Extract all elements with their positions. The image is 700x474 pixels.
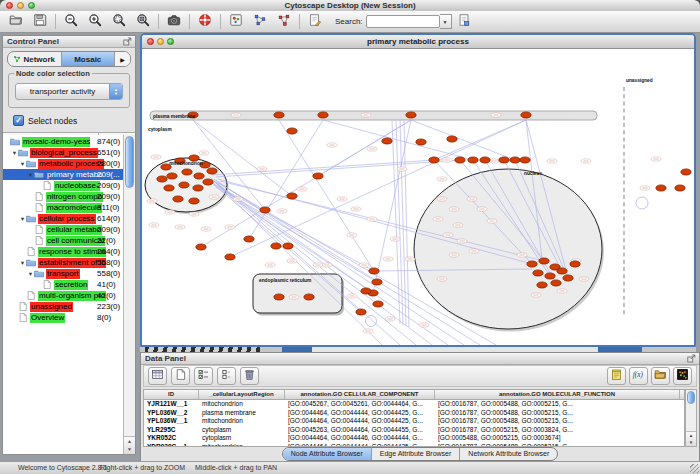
graph-node[interactable] [521,112,531,118]
graph-node[interactable] [287,193,297,199]
tree-item-multi-organism-pro[interactable]: multi-organism pro42(0) [3,290,124,301]
zoom-in-button[interactable] [83,13,107,30]
save-session-button[interactable] [28,13,52,30]
disclosure-triangle-icon[interactable]: ▼ [27,172,34,178]
tree-item-nitrogen-compo[interactable]: nitrogen compo209(0) [3,191,124,202]
network-canvas[interactable]: plasma membranecytoplasmmitochondrionnuc… [142,49,694,345]
table-row[interactable]: YPL036W__2plasma membrane[GO:0044464, GO… [144,409,684,418]
graph-node[interactable] [570,261,580,267]
column-header-1[interactable]: _cellularLayoutRegion [199,390,285,399]
disclosure-triangle-icon[interactable]: ▼ [19,216,26,222]
graph-node[interactable] [373,301,383,307]
tree-item-biological-process[interactable]: ▼biological_process651(0) [3,147,124,158]
graph-node[interactable] [369,268,379,274]
table-row[interactable]: YKR052Ccytoplasm[GO:0044464, GO:0044446,… [144,434,684,443]
graph-node[interactable] [520,157,530,163]
table-row[interactable]: YLR295Ccytoplasm[GO:0045263, GO:0044464,… [144,426,684,435]
graph-node[interactable] [429,157,439,163]
graph-node[interactable] [318,112,328,118]
float-panel-icon[interactable] [123,37,132,46]
graph-node[interactable] [203,179,213,185]
graph-node[interactable] [557,268,567,274]
graph-node[interactable] [356,309,366,315]
help-button[interactable] [193,13,217,30]
column-header-2[interactable]: annotation.GO CELLULAR_COMPONENT [285,390,435,399]
disclosure-triangle-icon[interactable]: ▼ [19,260,26,266]
graph-node[interactable] [193,185,203,191]
tree-item-nucleobase[interactable]: nucleobase-209(0) [3,180,124,191]
graph-node[interactable] [563,275,573,281]
column-header-3[interactable]: annotation.GO MOLECULAR_FUNCTION [435,390,680,399]
graph-node[interactable] [304,294,314,300]
graph-node[interactable] [527,261,537,267]
search-dropdown-arrow[interactable]: ▼ [440,14,452,29]
tree-item-establishment-of-lo[interactable]: ▼establishment of lo558(0) [3,257,124,268]
layout-blue-button[interactable] [248,13,272,30]
tree-item-overview[interactable]: Overview8(0) [3,312,124,323]
graph-node[interactable] [194,173,204,179]
graph-node[interactable] [447,136,457,142]
graph-node[interactable] [287,128,297,134]
graph-node[interactable] [260,207,270,213]
graph-node[interactable] [157,176,167,182]
tree-item-mosaic-demo-yeast[interactable]: mosaic-demo-yeast874(0) [3,136,124,147]
search-options-button[interactable] [452,13,476,30]
graph-node[interactable] [382,138,392,144]
tree-item-unassigned[interactable]: unassigned223(0) [3,301,124,312]
graph-node[interactable] [480,157,490,163]
graph-node[interactable] [455,157,465,163]
graph-node[interactable] [207,168,217,174]
graph-node[interactable] [164,185,174,191]
graph-node[interactable] [468,157,478,163]
formula-button[interactable]: f(x) [629,367,648,385]
float-panel-icon[interactable] [687,354,696,363]
matrix-button[interactable] [673,367,692,385]
graph-node[interactable] [271,243,281,249]
tree-item-cellular-process[interactable]: ▼cellular process614(0) [3,213,124,224]
graph-node[interactable] [283,243,293,249]
table-row[interactable]: YPL036W__1mitochondrion[GO:0044464, GO:0… [144,417,684,426]
tree-item-cellular-metabo[interactable]: cellular metabo209(0) [3,224,124,235]
select-attributes-button[interactable] [194,367,213,385]
scrollbar-arrows[interactable]: ▲▼ [124,436,135,454]
search-input[interactable] [366,15,440,28]
graph-node[interactable] [189,198,199,204]
import-attributes-button[interactable] [651,367,670,385]
zoom-selected-button[interactable] [107,13,131,30]
open-session-button[interactable] [4,13,28,30]
graph-node[interactable] [179,182,189,188]
select-nodes-checkbox[interactable]: ✓ [13,115,24,126]
graph-node[interactable] [196,244,206,250]
grid-button[interactable] [148,367,167,385]
resize-grip[interactable] [690,464,699,473]
zoom-fit-button[interactable] [131,13,155,30]
tree-item-transport[interactable]: ▼transport558(0) [3,268,124,279]
zoom-out-button[interactable] [59,13,83,30]
graph-node[interactable] [533,270,543,276]
tree-item-macromolecule[interactable]: macromolecule311(0) [3,202,124,213]
tree-item-primary-metabo[interactable]: ▼primary metabo209(... [3,169,124,180]
tab-node-attribute-browser[interactable]: Node Attribute Browser [283,448,372,460]
graph-node[interactable] [244,236,254,242]
tree-item-secretion[interactable]: secretion41(0) [3,279,124,290]
graph-node[interactable] [551,280,561,286]
tab-overflow-arrow[interactable]: ▶ [115,52,130,66]
delete-attribute-button[interactable] [240,367,259,385]
tab-network[interactable]: Network [8,52,62,66]
annotation-button[interactable] [303,13,327,30]
disclosure-triangle-icon[interactable]: ▼ [11,150,18,156]
graph-node[interactable] [274,112,284,118]
vizmapper-button[interactable] [224,13,248,30]
notes-button[interactable] [607,367,626,385]
graph-node[interactable] [499,157,509,163]
graph-node[interactable] [274,294,284,300]
tree-item-metabolic-process[interactable]: ▼metabolic process280(0) [3,158,124,169]
graph-node[interactable] [361,288,371,294]
layout-red-button[interactable] [272,13,296,30]
new-attribute-button[interactable] [171,367,190,385]
graph-node[interactable] [416,139,426,145]
graph-node[interactable] [545,273,555,279]
scrollbar-arrows[interactable]: ▲▼ [686,431,696,446]
graph-node[interactable] [372,279,382,285]
disclosure-triangle-icon[interactable]: ▼ [19,161,26,167]
